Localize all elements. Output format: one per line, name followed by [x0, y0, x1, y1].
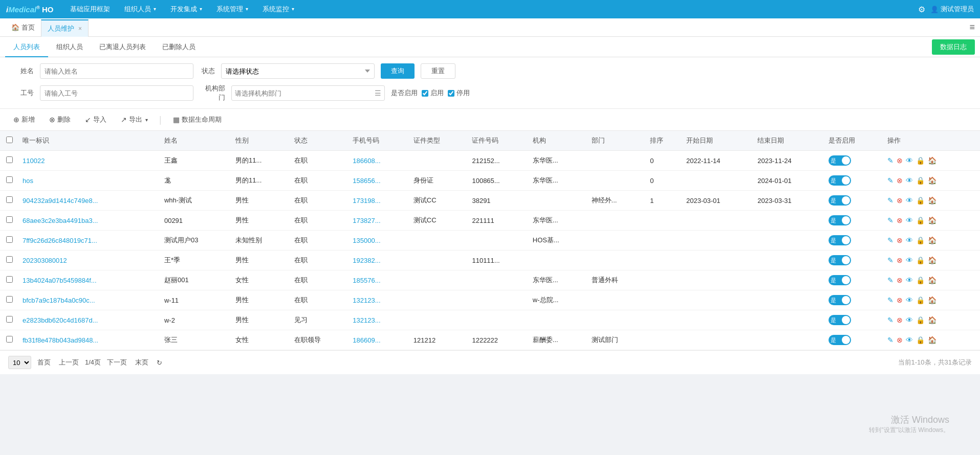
reset-button[interactable]: 重置 [421, 63, 455, 79]
home2-icon[interactable]: 🏠 [928, 336, 937, 344]
row-checkbox-cell[interactable] [0, 151, 18, 171]
home2-icon[interactable]: 🏠 [928, 236, 937, 244]
view-icon[interactable]: 👁 [906, 316, 913, 324]
row-checkbox[interactable] [6, 156, 13, 163]
toggle-enabled[interactable]: 是 [829, 235, 851, 245]
export-button[interactable]: ↗ 导出 ▾ [116, 113, 153, 126]
edit-icon[interactable]: ✎ [887, 336, 894, 344]
toggle-enabled[interactable]: 是 [829, 195, 851, 206]
cell-enabled[interactable]: 是 [824, 330, 883, 350]
cell-enabled[interactable]: 是 [824, 211, 883, 231]
th-select-all[interactable] [0, 131, 18, 151]
home2-icon[interactable]: 🏠 [928, 196, 937, 204]
cancel-icon[interactable]: ⊗ [897, 316, 903, 324]
close-tab-icon[interactable]: × [78, 25, 82, 32]
nav-sysadmin[interactable]: 系统管理 ▾ [209, 0, 255, 18]
cell-enabled[interactable]: 是 [824, 251, 883, 270]
next-page-btn[interactable]: 下一页 [105, 357, 129, 368]
lifecycle-button[interactable]: ▦ 数据生命周期 [168, 113, 227, 126]
page-size-select[interactable]: 102050 [8, 356, 31, 369]
home2-icon[interactable]: 🏠 [928, 216, 937, 224]
lock-icon[interactable]: 🔒 [916, 236, 925, 244]
cancel-icon[interactable]: ⊗ [897, 196, 903, 204]
name-input[interactable] [40, 63, 193, 79]
edit-icon[interactable]: ✎ [887, 256, 894, 264]
row-checkbox[interactable] [6, 296, 13, 303]
toggle-enabled[interactable]: 是 [829, 155, 851, 166]
hamburger-menu-icon[interactable]: ≡ [969, 22, 975, 33]
edit-icon[interactable]: ✎ [887, 196, 894, 204]
list-icon[interactable]: ☰ [375, 89, 381, 97]
cancel-icon[interactable]: ⊗ [897, 336, 903, 344]
lock-icon[interactable]: 🔒 [916, 316, 925, 324]
import-button[interactable]: ↙ 导入 [80, 113, 112, 126]
edit-icon[interactable]: ✎ [887, 216, 894, 224]
row-checkbox[interactable] [6, 256, 13, 263]
add-button[interactable]: ⊕ 新增 [8, 113, 40, 126]
cancel-icon[interactable]: ⊗ [897, 236, 903, 244]
prev-page-btn[interactable]: 上一页 [57, 357, 81, 368]
cancel-icon[interactable]: ⊗ [897, 296, 903, 304]
nav-org[interactable]: 组织人员 ▾ [117, 0, 163, 18]
tab-deleted-personnel[interactable]: 已删除人员 [154, 37, 204, 57]
cell-enabled[interactable]: 是 [824, 151, 883, 171]
cancel-icon[interactable]: ⊗ [897, 256, 903, 264]
lock-icon[interactable]: 🔒 [916, 256, 925, 264]
cell-enabled[interactable]: 是 [824, 171, 883, 191]
toggle-enabled[interactable]: 是 [829, 215, 851, 225]
refresh-icon[interactable]: ↻ [155, 358, 164, 368]
row-checkbox-cell[interactable] [0, 191, 18, 211]
tab-personnel-maintenance[interactable]: 人员维护 × [41, 19, 89, 37]
enable-yes-label[interactable]: 启用 [422, 88, 444, 98]
dept-input[interactable] [235, 89, 373, 97]
tab-personnel-list[interactable]: 人员列表 [5, 37, 48, 57]
home2-icon[interactable]: 🏠 [928, 176, 937, 185]
row-checkbox-cell[interactable] [0, 231, 18, 251]
row-checkbox[interactable] [6, 336, 13, 343]
home2-icon[interactable]: 🏠 [928, 296, 937, 304]
query-button[interactable]: 查询 [381, 63, 415, 79]
cell-enabled[interactable]: 是 [824, 231, 883, 251]
row-checkbox-cell[interactable] [0, 171, 18, 191]
row-checkbox-cell[interactable] [0, 290, 18, 310]
cancel-icon[interactable]: ⊗ [897, 176, 903, 185]
toggle-enabled[interactable]: 是 [829, 335, 851, 345]
lock-icon[interactable]: 🔒 [916, 156, 925, 165]
view-icon[interactable]: 👁 [906, 336, 913, 344]
cancel-icon[interactable]: ⊗ [897, 216, 903, 224]
lock-icon[interactable]: 🔒 [916, 336, 925, 344]
lock-icon[interactable]: 🔒 [916, 216, 925, 224]
edit-icon[interactable]: ✎ [887, 176, 894, 185]
data-log-button[interactable]: 数据日志 [932, 39, 975, 55]
delete-button[interactable]: ⊗ 删除 [44, 113, 76, 126]
toggle-enabled[interactable]: 是 [829, 275, 851, 285]
row-checkbox-cell[interactable] [0, 310, 18, 330]
row-checkbox-cell[interactable] [0, 251, 18, 270]
home2-icon[interactable]: 🏠 [928, 276, 937, 284]
view-icon[interactable]: 👁 [906, 276, 913, 284]
view-icon[interactable]: 👁 [906, 256, 913, 264]
home2-icon[interactable]: 🏠 [928, 256, 937, 264]
nav-sysmonitor[interactable]: 系统监控 ▾ [255, 0, 301, 18]
nav-devint[interactable]: 开发集成 ▾ [163, 0, 209, 18]
row-checkbox-cell[interactable] [0, 211, 18, 231]
cancel-icon[interactable]: ⊗ [897, 276, 903, 284]
user-info[interactable]: 👤 测试管理员 [930, 5, 974, 14]
cell-enabled[interactable]: 是 [824, 191, 883, 211]
edit-icon[interactable]: ✎ [887, 296, 894, 304]
cell-enabled[interactable]: 是 [824, 270, 883, 290]
view-icon[interactable]: 👁 [906, 296, 913, 304]
row-checkbox[interactable] [6, 276, 13, 283]
toggle-enabled[interactable]: 是 [829, 315, 851, 325]
toggle-enabled[interactable]: 是 [829, 295, 851, 305]
cancel-icon[interactable]: ⊗ [897, 156, 903, 165]
last-page-btn[interactable]: 末页 [133, 357, 150, 368]
emp-input[interactable] [40, 85, 193, 101]
tab-retired-personnel[interactable]: 已离退人员列表 [91, 37, 154, 57]
lock-icon[interactable]: 🔒 [916, 176, 925, 185]
edit-icon[interactable]: ✎ [887, 276, 894, 284]
settings-icon[interactable]: ⚙ [918, 5, 925, 14]
lock-icon[interactable]: 🔒 [916, 276, 925, 284]
edit-icon[interactable]: ✎ [887, 236, 894, 244]
home2-icon[interactable]: 🏠 [928, 316, 937, 324]
